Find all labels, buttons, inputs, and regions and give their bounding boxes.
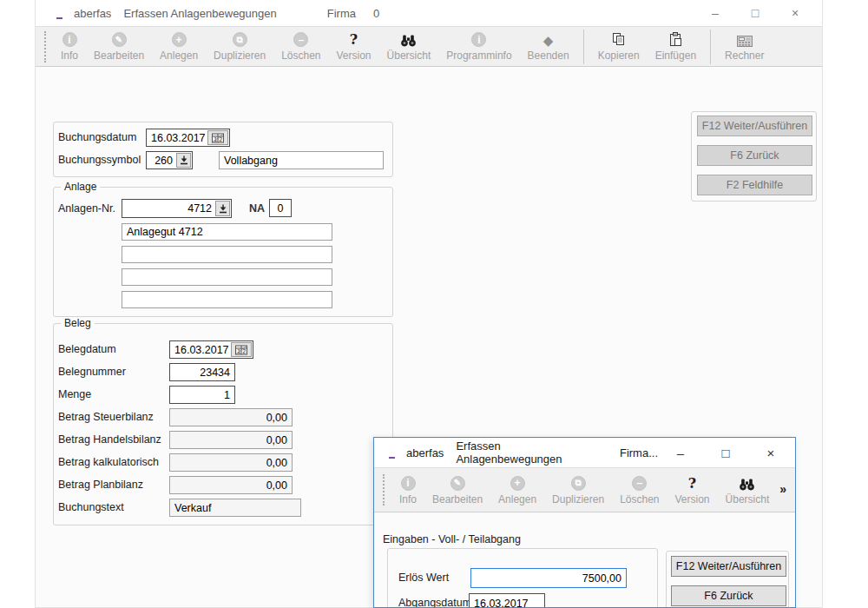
- maximize-button[interactable]: □: [735, 6, 775, 20]
- anlage-legend: Anlage: [61, 181, 100, 193]
- f2-feldhilfe-button[interactable]: F2 Feldhilfe: [697, 175, 812, 195]
- calendar-picker-button[interactable]: 12: [207, 130, 228, 145]
- menge-label: Menge: [58, 386, 91, 404]
- anlage-bezeichnung-field-3[interactable]: [122, 268, 332, 286]
- toolbar-button-einfuegen[interactable]: Einfügen: [648, 31, 704, 62]
- belegnummer-label: Belegnummer: [58, 363, 126, 381]
- erloes-wert-input[interactable]: 7500,00: [470, 568, 627, 588]
- firma-label: Firma: [327, 7, 356, 20]
- anlage-bezeichnung-field-2[interactable]: [122, 246, 332, 263]
- main-titlebar: aberfas Erfassen Anlagenbewegungen Firma…: [36, 0, 822, 26]
- calculator-icon: [737, 36, 753, 47]
- info-circle-icon: i: [62, 32, 77, 47]
- close-button[interactable]: ×: [775, 6, 815, 20]
- f12-weiter-button[interactable]: F12 Weiter/Ausführen: [697, 116, 812, 136]
- plus-circle-icon: +: [510, 476, 525, 491]
- toolbar-button-duplizieren[interactable]: ⧉ Duplizieren: [206, 31, 273, 62]
- firma-value: 0: [373, 7, 379, 20]
- abgangsdatum-label: Abgangsdatum: [398, 594, 471, 608]
- question-mark-icon: ?: [350, 33, 358, 47]
- toolbar-button-anlegen[interactable]: + Anlegen: [490, 475, 544, 506]
- betrag-handelsbilanz-label: Betrag Handelsbilanz: [58, 431, 161, 449]
- window-title: Erfassen Anlagenbewegungen: [123, 7, 276, 20]
- toolbar-button-version[interactable]: ? Version: [329, 31, 379, 62]
- toolbar-button-version[interactable]: ? Version: [667, 475, 718, 506]
- calendar-picker-button[interactable]: 12: [231, 342, 252, 357]
- belegnummer-field[interactable]: 23434: [169, 363, 235, 381]
- dialog-close-button[interactable]: ×: [748, 446, 793, 460]
- edit-circle-icon: ✎: [112, 32, 127, 47]
- buchungssymbol-label: Buchungssymbol: [58, 151, 141, 169]
- dialog-toolbar: i Info ✎ Bearbeiten + Anlegen ⧉ Duplizie…: [374, 467, 795, 512]
- dialog-window-title: Erfassen Anlagenbewegungen: [456, 439, 582, 466]
- buchung-groupbox: Buchungsdatum 16.03.2017 12 Buchungssymb…: [53, 122, 393, 177]
- binoculars-icon: [739, 479, 755, 491]
- toolbar-button-duplizieren[interactable]: ⧉ Duplizieren: [544, 475, 612, 506]
- eingaben-groupbox: Erlös Wert 7500,00 Abgangsdatum 16.03.20…: [387, 548, 658, 608]
- plus-circle-icon: +: [172, 32, 187, 47]
- minimize-button[interactable]: –: [695, 6, 735, 20]
- anlage-bezeichnung-field-1[interactable]: Anlagegut 4712: [122, 223, 332, 241]
- toolbar-button-programminfo[interactable]: i Programminfo: [438, 31, 519, 62]
- na-field[interactable]: 0: [269, 199, 292, 217]
- dropdown-button[interactable]: [215, 201, 230, 216]
- dialog-window: aberfas Erfassen Anlagenbewegungen Firma…: [373, 437, 796, 608]
- anlagen-nr-label: Anlagen-Nr.: [58, 200, 115, 218]
- toolbar-button-loeschen[interactable]: – Löschen: [273, 31, 328, 62]
- toolbar-separator: [583, 30, 584, 64]
- toolbar-button-anlegen[interactable]: + Anlegen: [152, 31, 206, 62]
- toolbar-button-uebersicht[interactable]: Übersicht: [718, 475, 778, 506]
- toolbar-overflow-button[interactable]: »: [779, 482, 786, 496]
- abgangsdatum-input[interactable]: 16.03.2017: [469, 593, 545, 608]
- betrag-steuerbilanz-label: Betrag Steuerbilanz: [58, 408, 154, 426]
- buchungsdatum-field[interactable]: 16.03.2017 12: [146, 129, 230, 147]
- buchungstext-label: Buchungstext: [58, 499, 124, 517]
- toolbar-button-kopieren[interactable]: Kopieren: [590, 31, 648, 62]
- betrag-steuerbilanz-field[interactable]: 0,00: [169, 408, 293, 426]
- betrag-planbilanz-field[interactable]: 0,00: [169, 476, 293, 494]
- copy-icon: [611, 32, 626, 47]
- dialog-minimize-button[interactable]: –: [658, 446, 703, 460]
- calendar-icon: 12: [212, 133, 224, 143]
- f6-zurueck-button[interactable]: F6 Zurück: [671, 585, 786, 606]
- dialog-maximize-button[interactable]: □: [703, 446, 748, 460]
- anlagen-nr-combo[interactable]: 4712: [122, 199, 232, 218]
- menge-field[interactable]: 1: [169, 386, 235, 404]
- toolbar-button-info[interactable]: i Info: [53, 31, 86, 62]
- betrag-kalkulatorisch-label: Betrag kalkulatorisch: [58, 453, 159, 472]
- buchungstext-field[interactable]: Verkauf: [169, 499, 301, 517]
- toolbar-button-bearbeiten[interactable]: ✎ Bearbeiten: [424, 475, 490, 506]
- buchungssymbol-combo[interactable]: 260: [146, 151, 193, 169]
- betrag-handelsbilanz-field[interactable]: 0,00: [169, 431, 293, 449]
- betrag-kalkulatorisch-field[interactable]: 0,00: [169, 453, 293, 472]
- toolbar-button-info[interactable]: i Info: [391, 475, 424, 506]
- toolbar-button-beenden[interactable]: ◆ Beenden: [520, 31, 577, 62]
- question-mark-icon: ?: [688, 477, 696, 491]
- paste-icon: [668, 32, 683, 47]
- toolbar-grip-handle[interactable]: [44, 31, 46, 63]
- app-name: aberfas: [74, 7, 111, 20]
- dropdown-button[interactable]: [176, 153, 191, 168]
- beleg-legend: Beleg: [61, 317, 95, 329]
- chevron-down-icon: [219, 204, 227, 214]
- toolbar-button-loeschen[interactable]: – Löschen: [612, 475, 667, 506]
- belegdatum-label: Belegdatum: [58, 340, 116, 359]
- binoculars-icon: [400, 35, 417, 47]
- app-monitor-icon: [385, 447, 398, 459]
- action-panel: F12 Weiter/Ausführen F6 Zurück F2 Feldhi…: [691, 111, 817, 202]
- app-monitor-icon: [53, 8, 66, 19]
- toolbar-button-uebersicht[interactable]: Übersicht: [379, 31, 439, 62]
- minus-circle-icon: –: [293, 32, 308, 47]
- chevron-down-icon: [180, 155, 188, 165]
- toolbar-button-rechner[interactable]: Rechner: [717, 31, 772, 62]
- toolbar-grip-handle[interactable]: [383, 474, 385, 506]
- diamond-icon: ◆: [543, 34, 554, 47]
- anlage-bezeichnung-field-4[interactable]: [122, 291, 332, 308]
- buchungssymbol-text-field[interactable]: Vollabgang: [219, 151, 384, 169]
- f6-zurueck-button[interactable]: F6 Zurück: [697, 145, 812, 166]
- duplicate-circle-icon: ⧉: [233, 32, 247, 47]
- belegdatum-field[interactable]: 16.03.2017 12: [169, 340, 253, 359]
- toolbar-button-bearbeiten[interactable]: ✎ Bearbeiten: [86, 31, 152, 62]
- dialog-firma-label: Firma...: [620, 446, 658, 459]
- f12-weiter-button[interactable]: F12 Weiter/Ausführen: [671, 556, 786, 577]
